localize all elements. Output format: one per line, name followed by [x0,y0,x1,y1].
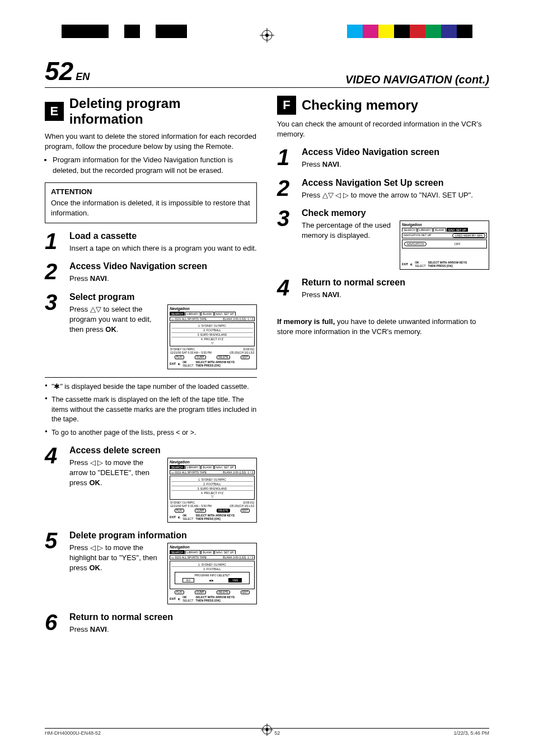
t: 2. FOOTBALL [171,481,253,486]
t: 2. FOOTBALL [171,566,253,571]
tab: LIBRARY [185,312,200,316]
t: Press ◁ ▷ to move the highlight bar to "… [69,543,157,572]
t: . [339,290,341,299]
attention-label: ATTENTION [51,187,251,196]
step-number: 4 [45,445,62,523]
t: . [100,564,102,572]
t: BLANK [201,465,213,469]
step-number: 1 [277,147,294,170]
t: NAVI [90,274,107,283]
step-body: Press △▽ ◁ ▷ to move the arrow to "NAVI.… [302,190,489,200]
right-column: F Checking memory You can check the amou… [277,93,489,635]
step-head: Return to normal screen [69,612,257,622]
step-head: Access Navigation Set Up screen [302,178,489,188]
t: OFF [430,242,485,246]
page-number-suffix: EN [76,71,90,82]
list-item: 3. EURO 99 ENGLAND [171,332,253,337]
step-number: 2 [277,178,294,200]
mini-btn: DELETE [217,355,230,359]
step-head: Access Video Navigation screen [302,147,489,157]
step-body: Press NAVI. [302,159,489,170]
delete-question: PROGRAM INFO DELETE? [176,574,248,577]
t: NAVI [322,290,339,299]
t: THEN PRESS [OK] [196,517,221,520]
step-body: The percentage of the used memory is dis… [302,220,393,270]
bars-right [347,25,472,38]
step-head: Return to normal screen [302,278,489,288]
list-item: 4. PROJECT XYZ [171,337,253,341]
t: SELECT [182,364,193,367]
t: SELECT [182,517,193,520]
t: . [116,325,119,334]
step-head: Select program [69,292,257,302]
section-letter-f: F [277,96,296,115]
t: Press [69,625,90,633]
t: . [107,274,109,283]
registration-target-icon [261,724,273,738]
step-body: Press △▽ to select the program you want … [69,304,161,369]
section-title-f: Checking memory [302,97,418,113]
t: THEN PRESS [OK] [196,599,221,602]
t: EXIT [170,515,176,519]
t: BLANK [201,550,213,554]
t: 1. SYDNEY OLYMPIC [171,562,253,566]
t: 1 / 3 [247,317,253,321]
t: BLANK 2:00 (LS3) [223,317,246,321]
t: DUMP [195,590,205,594]
t: 0101 ALL SPORTS TAPE [175,317,207,321]
t: PLAY [175,509,184,513]
t: NAVI. SET UP [214,550,236,554]
intro-f: You can check the amount of recorded inf… [277,119,489,139]
t: EXIT [170,597,176,600]
step-number: 3 [45,292,62,369]
footer-center: 52 [274,730,280,736]
memory-full-note: If memory is full, you have to delete un… [277,317,489,337]
t: NAVI. SET UP [214,465,236,469]
t: EDIT [241,590,250,594]
t: 0101 ALL SPORTS TAPE [175,471,207,474]
bars-left [62,25,187,38]
nav-screen-setup: Navigation SEARCHLIBRARYBLANKNAVI. SET U… [400,220,489,270]
step-head: Load a cassette [69,231,257,241]
t: EXIT [402,262,408,266]
chapter-title: VIDEO NAVIGATION (cont.) [345,73,489,86]
step-body: Press NAVI. [69,274,257,284]
t: Navigation [402,223,487,227]
step-number: 3 [277,208,294,270]
t: Press ◁ ▷ to move the arrow to "DELETE",… [69,458,149,487]
t: . [107,625,109,633]
t: BLANK 2:00 (LS3) [223,471,246,474]
t: SEARCH [170,465,185,469]
t: THEN PRESS [OK] [428,264,453,267]
t: 4. PROJECT XYZ [171,490,253,495]
mini-btn: DUMP [195,355,205,359]
tab: NAVI. SET UP [214,312,236,316]
t: DELETE [217,509,230,513]
t: . [339,160,341,168]
page-header: 52EN VIDEO NAVIGATION (cont.) [45,56,489,88]
t: OK [89,478,100,487]
step-number: 1 [45,231,62,253]
t: Press [69,274,90,283]
nav-title: Navigation [170,307,255,311]
t: OK [105,325,116,334]
attention-box: ATTENTION Once the information is delete… [45,182,257,223]
t: DUMP [195,509,205,513]
step-head: Delete program information [69,530,257,541]
mini-btn: PLAY [175,355,184,359]
svg-point-3 [265,34,269,37]
note-item: To go to another page of the lists, pres… [45,428,257,438]
t: DELETE [217,590,230,594]
nav-screen-search: Navigation SEARCHLIBRARYBLANKNAVI. SET U… [167,304,257,369]
t: SEARCH [170,550,185,554]
t: [0:00:01] (05:20)(CH 10) LS3 [229,501,254,508]
t: LIBRARY [185,465,200,469]
t: If memory is full, [277,317,335,326]
t: SELECT [182,599,193,602]
step-body: Press ◁ ▷ to move the arrow to "DELETE",… [69,458,161,523]
t: . [100,478,102,487]
mini-btn: EDIT [241,355,250,359]
notes: "✱" is displayed beside the tape number … [45,382,257,438]
step-number: 5 [45,530,62,604]
nav-screen-delete-sel: Navigation SEARCHLIBRARYBLANKNAVI. SET U… [167,458,257,523]
